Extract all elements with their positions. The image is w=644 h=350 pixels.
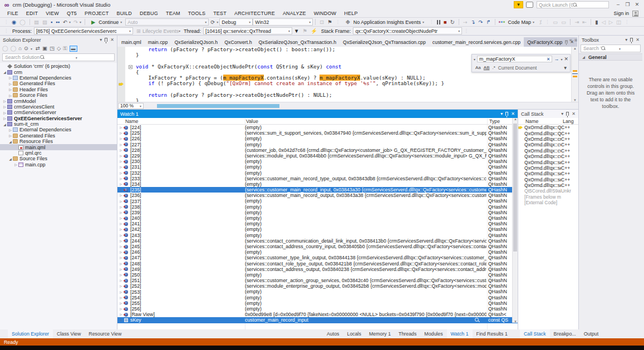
watch-row[interactable]: ▷[238](empty)QHashN bbox=[117, 204, 518, 210]
call-stack-row[interactable]: Qt5Cored.dll!59ab8Unkr bbox=[518, 188, 578, 194]
tree-item-crmmodel[interactable]: ▷crmModel bbox=[0, 98, 117, 103]
watch-row[interactable]: ▷[226](empty)QHashN bbox=[117, 136, 518, 141]
watch-row[interactable]: ▷[225](services::sum_it_support_services… bbox=[117, 130, 518, 136]
editor-tab-qxserializeqjson-h[interactable]: QxSerializeQJson.h bbox=[171, 37, 221, 47]
menu-build[interactable]: BUILD bbox=[112, 11, 136, 16]
scroll-up-icon[interactable]: ▲ bbox=[514, 117, 517, 121]
clear-search-icon[interactable]: ✕ bbox=[547, 57, 550, 62]
tree-item-resource-files[interactable]: ◢Resource Files bbox=[0, 139, 117, 144]
bottom-tab-solution-explorer[interactable]: Solution Explorer bbox=[8, 329, 53, 338]
watch-row[interactable]: ▷[237](empty)QHashN bbox=[117, 198, 518, 204]
chevron-collapsed-icon[interactable]: ▷ bbox=[8, 82, 13, 86]
undo-icon[interactable]: ↶ bbox=[63, 19, 67, 26]
call-stack-title-bar[interactable]: Call Stack ▾ ✕ bbox=[518, 110, 578, 118]
toolbar-grip[interactable]: ⋮ bbox=[4, 28, 8, 33]
watch-vertical-scrollbar[interactable]: ▲ ▼ bbox=[512, 118, 518, 323]
bottom-tab-output[interactable]: Output bbox=[580, 329, 602, 338]
breakpoint-margin[interactable] bbox=[117, 64, 125, 70]
editor-tab-qxserializeqjson-qxtransaction-h[interactable]: QxSerializeQJson_QxTransaction.h bbox=[255, 37, 340, 47]
new-file-icon[interactable]: ▤ bbox=[34, 19, 39, 26]
watch-row[interactable]: ▷[246](empty)QHashN bbox=[117, 249, 518, 255]
toolbar-grip[interactable]: ⋮ bbox=[429, 19, 434, 24]
solution-explorer-search-input[interactable]: Search Solution Explorer (Ctrl+;) ▾ bbox=[2, 53, 115, 61]
call-stack-row[interactable]: QxOrmd.dll!qx::creaC++ bbox=[518, 136, 578, 142]
tree-item-generated-files[interactable]: ▷Generated Files bbox=[0, 133, 117, 139]
prev-bookmark-icon[interactable]: ◁ bbox=[601, 19, 605, 26]
breakpoint-margin[interactable] bbox=[117, 98, 125, 102]
breakpoint-margin[interactable] bbox=[117, 47, 125, 52]
code-line[interactable]: return (pFactory ? pFactory->createObjec… bbox=[117, 47, 571, 52]
watch-row[interactable]: ▷[232](empty)QHashN bbox=[117, 170, 518, 176]
watch-row[interactable]: ▷[243](empty)QHashN bbox=[117, 233, 518, 238]
window-position-icon[interactable]: ▾ bbox=[500, 111, 503, 116]
menu-team[interactable]: TEAM bbox=[162, 11, 184, 16]
auto-attach-combo[interactable]: Auto▾ bbox=[125, 18, 209, 26]
menu-debug[interactable]: DEBUG bbox=[136, 11, 162, 16]
back-icon[interactable]: ◯ bbox=[2, 45, 8, 52]
tree-item-qml-qrc[interactable]: qml.qrc bbox=[0, 150, 117, 156]
editor-horizontal-scrollbar[interactable] bbox=[157, 104, 279, 108]
properties-icon[interactable]: ⚿ bbox=[63, 45, 67, 52]
chevron-collapsed-icon[interactable]: ▷ bbox=[2, 111, 7, 115]
watch-grid[interactable]: ▷[224](empty)QHashN▷[225](services::sum_… bbox=[117, 125, 518, 329]
lifecycle-events-label[interactable]: Lifecycle Events bbox=[142, 28, 179, 34]
watch-row[interactable]: ▷[228](customer_job, 0x042d7c68 {crmd.dl… bbox=[117, 147, 518, 153]
thread-combo[interactable]: [10416] qx::service::QxThread▾ bbox=[203, 27, 292, 34]
configuration-combo[interactable]: Debug▾ bbox=[219, 18, 253, 26]
attach-icon[interactable]: ⊡ bbox=[319, 19, 324, 26]
breakpoint-margin[interactable] bbox=[117, 58, 125, 63]
minimize-button[interactable]: – bbox=[613, 1, 623, 8]
menu-view[interactable]: VIEW bbox=[42, 11, 63, 16]
chevron-collapsed-icon[interactable]: ▷ bbox=[8, 134, 13, 137]
window-position-icon[interactable]: ▾ bbox=[100, 37, 102, 42]
restore-button[interactable]: ❐ bbox=[623, 1, 632, 8]
watch-row[interactable]: ▷[250](empty)QHashN bbox=[117, 272, 518, 278]
tree-item-qxeegenericservicesserver[interactable]: ▷QxEEGenericServicesServer bbox=[0, 116, 117, 121]
bottom-tab-class-view[interactable]: Class View bbox=[53, 329, 85, 338]
find-scope-combo[interactable]: Current Document bbox=[498, 65, 561, 71]
watch-row[interactable]: ▷[Raw View]0x00ed99e8 {d=0x00ed9f70 {fak… bbox=[117, 312, 518, 317]
show-all-files-icon[interactable]: ◇ bbox=[57, 45, 61, 52]
toolbox-group-general[interactable]: ◢ General bbox=[579, 53, 642, 61]
split-window-icon[interactable]: ≡ bbox=[574, 37, 577, 43]
find-input[interactable]: m_mapFactoryX ✕ bbox=[477, 56, 552, 62]
menu-analyze[interactable]: ANALYZE bbox=[279, 11, 310, 16]
step-out-icon[interactable]: ↱ bbox=[486, 19, 491, 26]
pin-icon[interactable] bbox=[566, 112, 569, 116]
editor-tab-qxconvert-h[interactable]: QxConvert.h bbox=[221, 37, 255, 47]
watch-row[interactable]: ▷[240](empty)QHashN bbox=[117, 215, 518, 221]
regex-toggle[interactable]: .* bbox=[492, 65, 495, 70]
bottom-tab-memory-1[interactable]: Memory 1 bbox=[365, 329, 395, 338]
indent-icon[interactable]: ⇥ bbox=[574, 19, 579, 26]
pin-icon[interactable] bbox=[566, 41, 568, 44]
save-icon[interactable]: ▪ bbox=[51, 19, 52, 26]
clear-bookmarks-icon[interactable]: ◫ bbox=[616, 19, 621, 26]
refresh-icon[interactable]: ▣ bbox=[42, 45, 47, 52]
step-into-icon[interactable]: ↴ bbox=[471, 19, 475, 26]
toolbox-search-input[interactable]: Search Toolbox ▾ bbox=[581, 45, 641, 52]
comment-icon[interactable]: ▭ bbox=[553, 19, 558, 26]
bottom-tab-modules[interactable]: Modules bbox=[420, 329, 446, 338]
sign-in-link[interactable]: Sign in bbox=[613, 11, 629, 16]
open-file-icon[interactable]: ▨ bbox=[42, 19, 47, 26]
watch-title-bar[interactable]: Watch 1 ▾ ✕ bbox=[117, 110, 518, 118]
watch-row[interactable]: ▷[224](empty)QHashN bbox=[117, 125, 518, 130]
toolbar-grip[interactable]: ⋮ bbox=[336, 19, 340, 24]
tree-item-generated-files[interactable]: ▷Generated Files bbox=[0, 81, 117, 86]
watch-row[interactable]: ▷[249](services::contact_address_output,… bbox=[117, 267, 518, 272]
find-next-icon[interactable]: → bbox=[554, 56, 559, 62]
chevron-collapsed-icon[interactable]: ▷ bbox=[8, 87, 13, 91]
watch-row[interactable]: ▷[227](empty)QHashN bbox=[117, 142, 518, 147]
scroll-up-icon[interactable]: ▲ bbox=[573, 47, 577, 50]
call-stack-row[interactable]: [Frames below may bbox=[518, 194, 578, 200]
outdent-icon[interactable]: ⇤ bbox=[582, 19, 587, 26]
window-position-icon[interactable]: ▾ bbox=[561, 111, 563, 116]
continue-button[interactable]: ▶ Continue ▾ bbox=[87, 19, 125, 26]
code-map-button[interactable]: Code Map▾ bbox=[506, 19, 538, 25]
menu-edit[interactable]: EDIT bbox=[22, 11, 42, 16]
breakpoint-margin[interactable] bbox=[117, 70, 125, 75]
code-line[interactable]: return (pFactory ? pFactory->createObjec… bbox=[117, 92, 571, 98]
watch-row[interactable]: ▷[252](services::module_enterprise_group… bbox=[117, 283, 518, 289]
watch-row[interactable]: ▷[244](services::contact_communication_d… bbox=[117, 238, 518, 244]
tree-item-sum-it-crm[interactable]: ◢sum-it_crm bbox=[0, 121, 117, 127]
